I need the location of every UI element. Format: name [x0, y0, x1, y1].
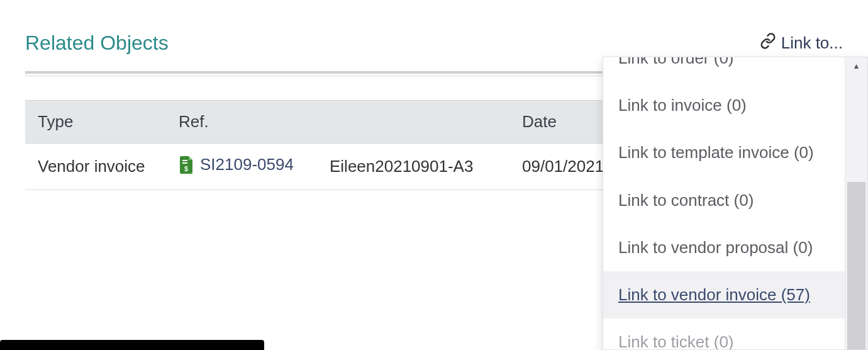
dropdown-item-vendor-proposal[interactable]: Link to vendor proposal (0): [603, 224, 845, 271]
svg-text:$: $: [184, 166, 188, 172]
link-icon: [760, 33, 776, 54]
bottom-bar: [0, 340, 264, 350]
dropdown-item-invoice[interactable]: Link to invoice (0): [603, 82, 845, 129]
dropdown-item-vendor-invoice[interactable]: Link to vendor invoice (57): [603, 271, 845, 319]
col-header-type: Type: [25, 101, 166, 144]
dropdown-item-order[interactable]: Link to order (0): [603, 57, 845, 82]
dropdown-scrollbar[interactable]: ▲: [845, 57, 867, 349]
scroll-thumb[interactable]: [847, 182, 865, 350]
ref-link[interactable]: SI2109-0594: [200, 155, 294, 174]
col-header-desc: [317, 101, 509, 144]
link-to-dropdown: Link to order (0) Link to invoice (0) Li…: [603, 57, 868, 350]
svg-rect-0: [182, 160, 187, 161]
col-header-ref: Ref.: [166, 101, 317, 144]
vendor-invoice-icon: $: [179, 156, 194, 174]
link-to-button[interactable]: Link to...: [760, 33, 843, 54]
scroll-up-arrow-icon[interactable]: ▲: [845, 57, 867, 75]
section-title: Related Objects: [25, 31, 169, 55]
dropdown-item-template-invoice[interactable]: Link to template invoice (0): [603, 129, 845, 176]
dropdown-list: Link to order (0) Link to invoice (0) Li…: [603, 57, 845, 349]
scroll-track[interactable]: [845, 75, 867, 349]
dropdown-item-ticket[interactable]: Link to ticket (0): [603, 319, 845, 349]
cell-desc: Eileen20210901-A3: [317, 144, 509, 190]
svg-rect-1: [182, 162, 187, 164]
cell-type: Vendor invoice: [25, 144, 166, 190]
dropdown-item-contract[interactable]: Link to contract (0): [603, 177, 845, 224]
link-to-label: Link to...: [781, 33, 843, 53]
